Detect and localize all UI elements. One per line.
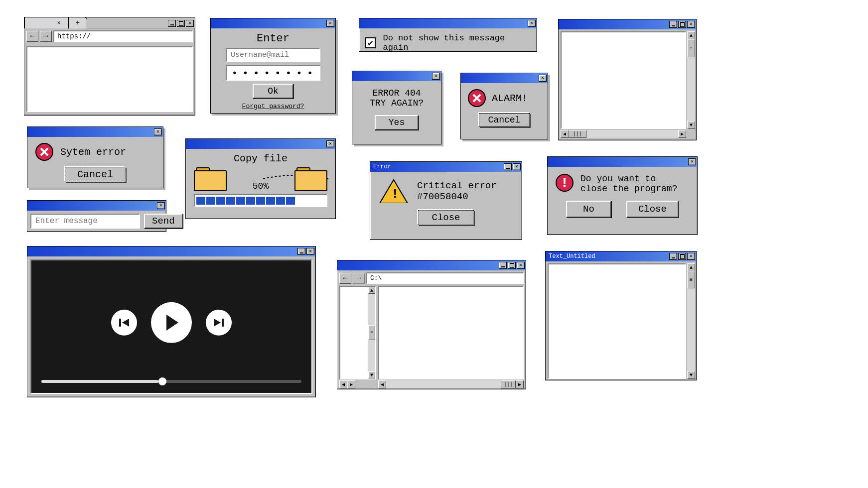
dest-folder-icon: [294, 167, 327, 190]
maximize-button[interactable]: [177, 20, 185, 27]
close-button[interactable]: [326, 140, 334, 147]
video-player: [27, 246, 316, 397]
tree-pane: ▲ ≡ ▼: [339, 286, 376, 379]
close-button-action[interactable]: Close: [626, 201, 679, 218]
error-line1: ERROR 404: [358, 88, 435, 98]
close-button[interactable]: [688, 158, 696, 165]
minimize-button[interactable]: [669, 253, 677, 260]
close-button[interactable]: [306, 248, 314, 255]
alarm-text: ALARM!: [492, 93, 528, 104]
send-dialog: Send: [27, 200, 166, 232]
close-button[interactable]: [157, 202, 165, 209]
browser-tab[interactable]: ×: [24, 17, 68, 28]
minimize-button[interactable]: [669, 21, 677, 28]
video-area: [30, 259, 312, 394]
tab-close-icon[interactable]: ×: [57, 20, 60, 27]
scroll-left-button[interactable]: ◀: [561, 130, 569, 138]
message-input[interactable]: [30, 214, 140, 229]
scroll-panel: ▲ ≡ ▼ ◀ ||| ▶: [558, 19, 697, 140]
scroll-thumb-h[interactable]: |||: [569, 130, 586, 138]
close-line1: Do you want to: [580, 174, 677, 184]
close-button[interactable]: [186, 20, 194, 27]
error404-dialog: ERROR 404 TRY AGAIN? Yes: [352, 71, 441, 144]
scroll-thumb[interactable]: ≡: [687, 271, 695, 288]
scroll-up-button[interactable]: ▲: [687, 263, 695, 271]
critical-line2: #70058040: [417, 191, 497, 202]
cancel-button[interactable]: Cancel: [479, 113, 530, 127]
forgot-password-link[interactable]: Forgot password?: [217, 103, 329, 110]
error-icon: [35, 143, 53, 161]
dontshow-checkbox[interactable]: ✔: [365, 37, 376, 48]
scroll-thumb-h[interactable]: |||: [501, 380, 516, 388]
scroll-up-button[interactable]: ▲: [368, 287, 375, 294]
prev-button[interactable]: [111, 310, 137, 336]
maximize-button[interactable]: [508, 262, 516, 269]
password-input[interactable]: ● ● ● ● ● ● ● ●: [226, 65, 320, 81]
close-button[interactable]: [539, 75, 547, 82]
scroll-up-button[interactable]: ▲: [687, 31, 695, 39]
scroll-right-button[interactable]: ▶: [516, 380, 524, 388]
minimize-button[interactable]: [499, 262, 507, 269]
minimize-button[interactable]: [504, 163, 512, 170]
error-icon: [468, 89, 486, 107]
close-button[interactable]: [687, 253, 695, 260]
yes-button[interactable]: Yes: [375, 115, 419, 130]
next-button[interactable]: [206, 310, 232, 336]
scroll-right-button[interactable]: ▶: [678, 130, 686, 138]
text-editor: Text_Untitled ▲ ≡ ▼: [545, 251, 697, 380]
dontshow-dialog: ✔ Do not show this message again: [359, 18, 537, 52]
forward-button[interactable]: →: [353, 273, 365, 284]
address-bar[interactable]: [53, 30, 193, 42]
scroll-down-button[interactable]: ▼: [687, 371, 695, 379]
copy-title: Copy file: [194, 153, 327, 164]
text-area[interactable]: [548, 263, 686, 379]
content-area: [561, 31, 686, 129]
scroll-down-button[interactable]: ▼: [368, 371, 375, 378]
no-button[interactable]: No: [566, 201, 611, 218]
seek-bar[interactable]: [41, 380, 301, 383]
scroll-right-button[interactable]: ▶: [347, 380, 355, 388]
resize-grip[interactable]: [687, 130, 695, 138]
send-button[interactable]: Send: [144, 214, 183, 229]
cancel-button[interactable]: Cancel: [65, 167, 126, 182]
dontshow-label: Do not show this message again: [383, 33, 531, 52]
play-button[interactable]: [151, 302, 192, 343]
forward-button[interactable]: →: [40, 31, 52, 42]
close-button[interactable]: [528, 20, 536, 27]
source-folder-icon: [194, 167, 227, 190]
close-button[interactable]: [517, 262, 525, 269]
titlebar-text: Text_Untitled: [547, 253, 595, 260]
scroll-down-button[interactable]: ▼: [687, 121, 695, 129]
explorer-window: ← → ▲ ≡ ▼ ◀ ||| ▶ ◀ ▶: [337, 260, 526, 389]
username-input[interactable]: [226, 48, 320, 62]
close-button[interactable]: [432, 73, 440, 80]
browser-window: × + ← →: [24, 17, 195, 116]
scroll-left-button[interactable]: ◀: [339, 380, 347, 388]
maximize-button[interactable]: [678, 253, 686, 260]
critical-error-dialog: Error Critical error #70058040 Close: [370, 161, 522, 240]
close-button[interactable]: [326, 20, 334, 27]
scroll-thumb-v[interactable]: ≡: [687, 39, 695, 57]
path-input[interactable]: [366, 272, 524, 284]
close-button[interactable]: [513, 163, 521, 170]
new-tab-button[interactable]: +: [68, 17, 87, 28]
progress-bar: [194, 194, 327, 207]
back-button[interactable]: ←: [339, 273, 351, 284]
critical-line1: Critical error: [417, 180, 497, 191]
browser-content: [26, 46, 193, 112]
seek-thumb[interactable]: [158, 377, 166, 385]
scroll-thumb[interactable]: ≡: [368, 325, 375, 340]
error-text: Sytem error: [60, 146, 126, 158]
titlebar-text: Error: [371, 163, 391, 170]
close-button-action[interactable]: Close: [418, 210, 473, 225]
close-button[interactable]: [687, 21, 695, 28]
maximize-button[interactable]: [678, 21, 686, 28]
scroll-left-button[interactable]: ◀: [378, 380, 386, 388]
minimize-button[interactable]: [168, 20, 176, 27]
exclaim-icon: !: [556, 174, 574, 192]
minimize-button[interactable]: [297, 248, 305, 255]
ok-button[interactable]: Ok: [253, 84, 293, 99]
close-button[interactable]: [154, 128, 162, 135]
svg-rect-0: [119, 319, 121, 327]
back-button[interactable]: ←: [26, 31, 38, 42]
